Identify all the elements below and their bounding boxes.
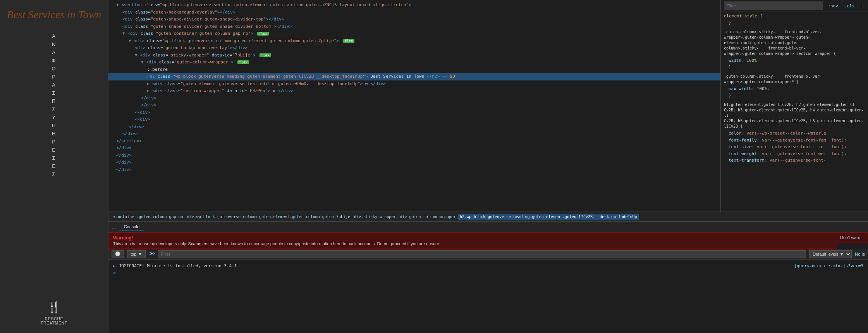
max-width-property: max-width: 100%; <box>724 85 865 92</box>
cls-button[interactable]: .cls <box>843 3 856 9</box>
top-context-button[interactable]: top ▼ <box>127 250 146 258</box>
font-family-property: font-family: var(--gutenverse-font-fam f… <box>724 137 865 144</box>
sidebar-nav-omicron[interactable]: Ο <box>52 66 56 72</box>
devtools-panel: ▼ <section class="wp-block-gutenverse-se… <box>108 0 868 333</box>
color-property: color: var(--wp-preset--color--waterla <box>724 130 865 137</box>
html-line[interactable]: ▼ <div class="guten-column-wrapper"> fle… <box>108 59 720 66</box>
element-style-close: } <box>724 19 865 26</box>
website-sidebar: Best Services in Town Α Ν Α Φ Ο Ρ Α Σ Π … <box>0 0 108 333</box>
html-line[interactable]: ▼ <section class="wp-block-gutenverse-se… <box>108 2 720 9</box>
rule-close2: } <box>724 92 865 99</box>
console-tab-bar: ... Console <box>108 222 868 232</box>
heading-selector: h1.guten-element.guten-lICv2B, h2.guten-… <box>724 102 865 129</box>
html-line[interactable]: </div> <box>108 166 720 174</box>
console-level-select[interactable]: Default levels ▼ <box>809 250 852 258</box>
sidebar-nav-upsilon[interactable]: Υ <box>52 114 56 120</box>
sidebar-nav-alpha[interactable]: Α <box>52 33 56 39</box>
console-prompt-line[interactable]: > <box>113 270 863 277</box>
sidebar-nav-rho2[interactable]: Ρ <box>52 139 56 145</box>
html-line[interactable]: </div> <box>108 116 720 123</box>
breadcrumb-column[interactable]: div.wp-block-gutenverse-column.guten-ele… <box>186 214 352 220</box>
rule-close: } <box>724 64 865 71</box>
html-line[interactable]: ► <div class="guten-element gutenverse-t… <box>108 80 720 88</box>
html-line[interactable]: </section> <box>108 138 720 145</box>
site-title: Best Services in Town <box>7 8 101 22</box>
guten-column-sticky-selector: .guten-column>.sticky- frontend-bl-ver- … <box>724 29 865 56</box>
warning-title: Warning! <box>113 235 832 241</box>
html-line[interactable]: ::before <box>108 66 720 73</box>
html-line[interactable]: <div class="guten-background-overlay"></… <box>108 44 720 52</box>
styles-filter-input[interactable] <box>724 2 823 10</box>
html-line[interactable]: </div> <box>108 109 720 116</box>
html-line[interactable]: ▼ <div class="guten-container guten-colu… <box>108 30 720 38</box>
breadcrumb-container[interactable]: <container.guten-column-gap-no <box>112 214 185 220</box>
rescue-label: RESCUETREATMENT <box>41 317 67 325</box>
html-line[interactable]: </div> <box>108 152 720 159</box>
sidebar-nav-pi2[interactable]: Π <box>52 123 56 128</box>
more-tabs-ellipsis[interactable]: ... <box>112 224 116 230</box>
sidebar-nav-sigma3[interactable]: Σ <box>52 155 56 161</box>
guten-column-sticky-selector2: .guten-column>.sticky- frontend-bl-ver- … <box>724 74 865 85</box>
guten-column-sticky-rule2: .guten-column>.sticky- frontend-bl-ver- … <box>724 74 865 99</box>
html-line[interactable]: <div class="guten-shape-divider guten-sh… <box>108 16 720 23</box>
html-line[interactable]: ▼ <div class="wp-block-gutenverse-column… <box>108 38 720 45</box>
html-line[interactable]: </div> <box>108 102 720 109</box>
html-line[interactable]: </div> <box>108 130 720 138</box>
top-label: top <box>131 252 136 256</box>
no-issues-label: No Is <box>855 252 865 256</box>
rescue-icon: 🍴 <box>47 301 61 314</box>
styles-panel: :hov .cls + element.style { } .guten-col… <box>721 0 868 212</box>
breadcrumb-heading[interactable]: h2.wp-block-gutenverse-heading.guten-ele… <box>458 214 639 220</box>
sidebar-nav-pi[interactable]: Π <box>52 98 56 104</box>
sidebar-nav-rho[interactable]: Ρ <box>52 74 56 80</box>
width-property: width: 100%; <box>724 57 865 64</box>
sidebar-nav-sigma2[interactable]: Σ <box>52 106 56 112</box>
html-line[interactable]: <div class="guten-background-overlay"></… <box>108 9 720 16</box>
sidebar-nav-sigma[interactable]: Σ <box>52 90 56 96</box>
console-output: ► JQMIGRATE: Migrate is installed, versi… <box>108 260 868 333</box>
sidebar-navigation: Α Ν Α Φ Ο Ρ Α Σ Π Σ Υ Π Η Ρ Ε Σ Ε Σ <box>52 33 56 177</box>
html-line[interactable]: <div class="guten-shape-divider guten-sh… <box>108 23 720 31</box>
log-file-ref[interactable]: jquery-migrate.min.js?ver=3 <box>794 263 863 270</box>
breadcrumb-sticky[interactable]: div.sticky-wrapper <box>352 214 397 220</box>
heading-rule: h1.guten-element.guten-lICv2B, h2.guten-… <box>724 102 865 164</box>
sidebar-nav-eta[interactable]: Η <box>52 131 56 137</box>
clear-console-button[interactable]: ⚪ <box>112 250 124 258</box>
sidebar-nav-alpha3[interactable]: Α <box>52 82 56 88</box>
elements-panel: ▼ <section class="wp-block-gutenverse-se… <box>108 0 868 212</box>
font-size-property: font-size: var(--gutenverse-font-size- f… <box>724 143 865 150</box>
clear-icon: ⚪ <box>115 251 120 256</box>
console-panel: Warning! This area is for use by develop… <box>108 232 868 333</box>
sidebar-nav-nu[interactable]: Ν <box>52 41 56 47</box>
html-line[interactable]: </div> <box>108 123 720 131</box>
sidebar-nav-phi[interactable]: Φ <box>52 58 56 63</box>
jqmigrate-log-line: ► JQMIGRATE: Migrate is installed, versi… <box>113 263 863 270</box>
html-line[interactable]: </div> <box>108 145 720 152</box>
element-style-selector: element.style { <box>724 14 865 19</box>
html-line[interactable]: </div> <box>108 95 720 102</box>
eye-icon[interactable]: 👁 <box>149 251 155 258</box>
sidebar-nav-epsilon[interactable]: Ε <box>52 147 56 153</box>
jqmigrate-message: JQMIGRATE: Migrate is installed, version… <box>119 263 237 270</box>
console-toolbar: ⚪ top ▼ 👁 Default levels ▼ No Is <box>108 249 868 260</box>
html-panel: ▼ <section class="wp-block-gutenverse-se… <box>108 0 721 212</box>
warning-text: This area is for use by developers only.… <box>113 241 832 246</box>
hov-button[interactable]: :hov <box>826 3 840 9</box>
tab-console[interactable]: Console <box>119 223 144 231</box>
console-filter-input[interactable] <box>158 250 806 258</box>
font-weight-property: font-weight: var(--gutenverse-font-wei f… <box>724 150 865 157</box>
sidebar-nav-alpha2[interactable]: Α <box>52 50 56 55</box>
sidebar-nav-sigma4[interactable]: Σ <box>52 171 56 177</box>
warning-bar: Warning! This area is for use by develop… <box>108 232 837 249</box>
guten-column-sticky-rule: .guten-column>.sticky- frontend-bl-ver- … <box>724 29 865 71</box>
sidebar-nav-epsilon2[interactable]: Ε <box>52 163 56 169</box>
html-line[interactable]: ► <div class="section-wrapper" data-id="… <box>108 87 720 95</box>
html-line[interactable]: </div> <box>108 159 720 166</box>
html-line[interactable]: ▼ <div class="sticky-wrapper" data-id="7… <box>108 52 720 59</box>
dont-warn-link[interactable]: Don't warn <box>840 235 860 240</box>
breadcrumb-column-wrapper[interactable]: div.guten-column-wrapper <box>398 214 457 220</box>
text-transform-property: text-transform: var(--gutenverse-font- <box>724 157 865 164</box>
top-chevron-icon: ▼ <box>138 252 142 256</box>
html-line-selected[interactable]: <h2 class="wp-block-gutenverse-heading g… <box>108 73 720 80</box>
add-style-button[interactable]: + <box>859 3 865 9</box>
